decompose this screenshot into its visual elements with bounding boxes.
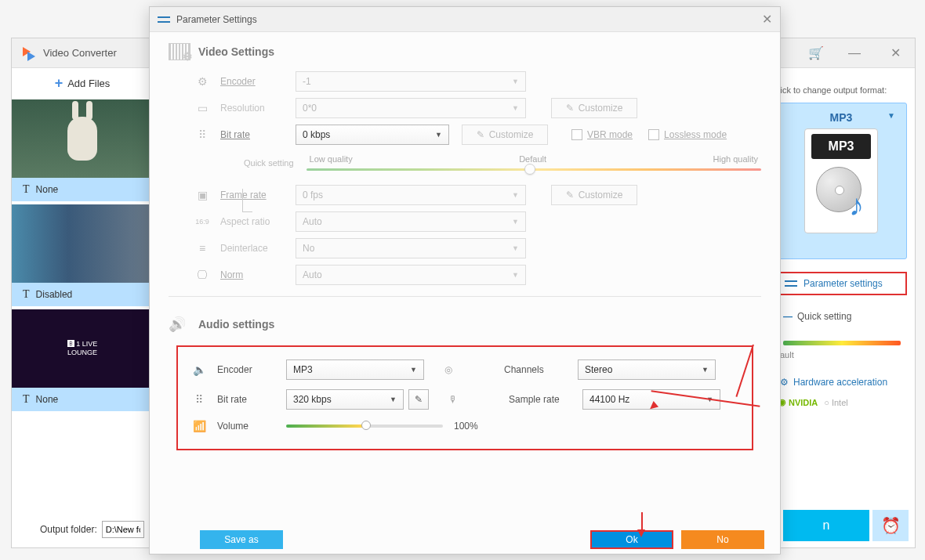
video-thumbnail[interactable]: 🅱 1 LIVELOUNGE: [12, 309, 153, 388]
thumb-status[interactable]: TDisabled: [12, 283, 153, 306]
aspect-row: 16:9 Aspect ratio Auto: [150, 208, 780, 235]
bitrate-customize-button: Customize: [462, 125, 548, 145]
video-bitrate-select[interactable]: 0 kbps: [296, 125, 449, 145]
bitrate-icon: ⠿: [190, 392, 208, 406]
norm-row: 🖵 Norm Auto: [150, 262, 780, 288]
gear-icon: ⚙: [194, 74, 211, 89]
text-icon: T: [23, 288, 30, 301]
deinterlace-label: Deinterlace: [220, 243, 296, 254]
text-icon: T: [23, 183, 30, 196]
lossless-checkbox: [648, 129, 659, 140]
audio-encoder-label: Encoder: [217, 364, 286, 375]
quick-setting-link[interactable]: Quick setting: [775, 308, 907, 325]
samplerate-label: Sample rate: [509, 394, 582, 405]
vbr-checkbox: [571, 129, 582, 140]
video-thumbnail[interactable]: [12, 204, 153, 283]
thumb-status[interactable]: TNone: [12, 178, 153, 201]
resolution-icon: ▭: [194, 101, 211, 115]
volume-label: Volume: [217, 421, 286, 432]
framerate-select: 0 fps: [296, 185, 526, 205]
mp3-badge: MP3: [811, 134, 871, 159]
parameter-settings-dialog: Parameter Settings ✕ Video Settings ⚙ En…: [149, 6, 781, 555]
add-files-label: Add Files: [67, 78, 110, 89]
dialog-titlebar: Parameter Settings ✕: [150, 7, 780, 32]
channels-select[interactable]: Stereo: [578, 359, 716, 380]
intel-label: ○ Intel: [824, 398, 847, 407]
branch-line: [242, 189, 243, 212]
thumb-status[interactable]: TNone: [12, 388, 153, 411]
audio-bitrate-row: ⠿ Bit rate 320 kbps ✎ 🎙 Sample rate 4410…: [178, 385, 752, 414]
convert-button[interactable]: n: [783, 510, 869, 541]
save-as-button[interactable]: Save as: [200, 530, 283, 549]
output-folder-label: Output folder:: [40, 524, 97, 535]
resolution-row: ▭ Resolution 0*0 Customize: [150, 95, 780, 121]
right-panel: lick to change output format: MP3 ▼ MP3 …: [775, 85, 907, 407]
bitrate-edit-button[interactable]: ✎: [408, 389, 429, 410]
nvidia-label: ◉ NVIDIA: [778, 397, 818, 407]
parameter-settings-link[interactable]: Parameter settings: [775, 272, 907, 295]
aspect-select: Auto: [296, 211, 526, 232]
minimize-button[interactable]: —: [844, 43, 865, 63]
schedule-button[interactable]: ⏰: [872, 510, 909, 541]
audio-bitrate-label: Bit rate: [217, 394, 286, 405]
output-folder-row: Output folder:: [40, 521, 144, 538]
framerate-customize-button: Customize: [551, 185, 637, 205]
volume-value: 100%: [454, 421, 478, 432]
video-bitrate-row: ⠿ Bit rate 0 kbps Customize VBR mode Los…: [150, 121, 780, 148]
slider-handle[interactable]: [524, 164, 535, 175]
quick-setting-row: Quick setting Low quality Default High q…: [150, 148, 780, 182]
format-title: MP3: [830, 111, 853, 124]
text-icon: T: [23, 393, 30, 406]
quality-mini-bar[interactable]: [783, 341, 901, 345]
plus-icon: +: [55, 75, 63, 92]
no-button[interactable]: No: [681, 530, 764, 549]
left-sidebar: + Add Files TNone TDisabled 🅱 1 LIVELOUN…: [12, 70, 153, 411]
audio-encoder-row: 🔈 Encoder MP3 ◎ Channels Stereo: [178, 355, 752, 385]
default-quality-label: Default: [519, 154, 546, 164]
high-quality-label: High quality: [713, 154, 758, 164]
low-quality-label: Low quality: [310, 154, 353, 164]
video-encoder-select: -1: [296, 71, 526, 92]
audio-bitrate-select[interactable]: 320 kbps: [286, 389, 404, 410]
volume-row: 📶 Volume 100%: [178, 414, 752, 438]
gpu-vendors: ◉ NVIDIA ○ Intel: [775, 397, 907, 407]
channels-icon: ◎: [440, 364, 457, 375]
video-settings-header: Video Settings: [150, 32, 780, 68]
aspect-label: Aspect ratio: [220, 216, 296, 227]
sliders-icon: [785, 279, 797, 288]
app-logo-icon: [21, 45, 37, 61]
aspect-icon: 16:9: [194, 215, 211, 229]
quality-slider[interactable]: [307, 168, 761, 171]
audio-settings-box: 🔈 Encoder MP3 ◎ Channels Stereo ⠿ Bit ra…: [176, 345, 753, 450]
cd-icon: [816, 167, 866, 217]
dialog-title: Parameter Settings: [176, 14, 257, 25]
section-divider: [169, 296, 761, 297]
output-folder-input[interactable]: [102, 521, 144, 538]
volume-slider[interactable]: [286, 425, 443, 428]
audio-settings-header: Audio settings: [150, 305, 780, 341]
channels-label: Channels: [504, 364, 578, 375]
lossless-label: Lossless mode: [664, 129, 727, 140]
mp3-preview: MP3: [804, 128, 878, 233]
output-format-box[interactable]: MP3 ▼ MP3: [775, 103, 907, 259]
ok-button[interactable]: Ok: [590, 530, 673, 549]
close-button[interactable]: ✕: [762, 12, 772, 27]
video-thumbnail[interactable]: [12, 99, 153, 178]
add-files-button[interactable]: + Add Files: [12, 70, 153, 96]
bitrate-label: Bit rate: [220, 129, 296, 140]
resolution-customize-button: Customize: [551, 98, 637, 118]
arrowhead-icon: [637, 529, 645, 537]
volume-icon: 📶: [190, 419, 208, 433]
dialog-buttons: Save as Ok No: [150, 530, 780, 549]
norm-label: Norm: [220, 269, 296, 280]
cart-icon[interactable]: 🛒: [808, 45, 824, 60]
resolution-select: 0*0: [296, 98, 526, 118]
vbr-label: VBR mode: [587, 129, 633, 140]
quick-setting-label: Quick setting: [244, 158, 294, 168]
close-main-button[interactable]: ✕: [885, 43, 905, 63]
slider-handle[interactable]: [361, 421, 371, 430]
deinterlace-select: No: [296, 238, 526, 258]
chevron-down-icon[interactable]: ▼: [887, 111, 895, 120]
hardware-acceleration-link[interactable]: Hardware acceleration: [775, 374, 907, 391]
audio-encoder-select[interactable]: MP3: [286, 359, 424, 380]
